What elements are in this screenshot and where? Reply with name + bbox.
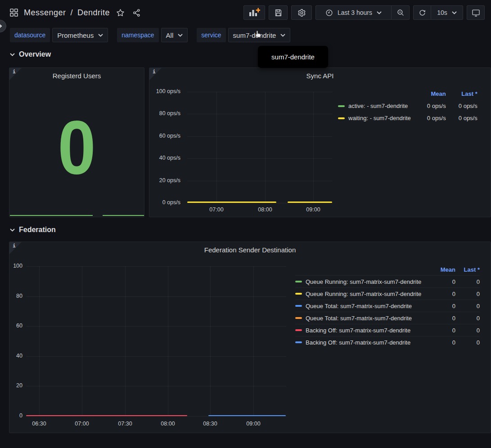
variable-namespace-label: namespace (117, 28, 158, 42)
legend-mean-header[interactable]: Mean (428, 264, 455, 275)
legend-last-header[interactable]: Last * (446, 88, 477, 100)
save-dashboard-button[interactable] (269, 6, 287, 19)
panel-federation-sender: i Federation Sender Destination 100 80 6… (9, 242, 491, 433)
panel-sync-api: i Sync API 100 ops/s 80 ops/s 60 ops/s 4… (149, 67, 491, 217)
variable-service: service sum7-dendrite (197, 28, 290, 42)
series-color-dash (295, 341, 302, 343)
legend-series[interactable]: waiting: - sum7-dendrite (338, 112, 411, 124)
legend-series[interactable]: Queue Running: sum7-matrix-sum7-dendrite (295, 276, 428, 287)
tv-mode-button[interactable] (467, 6, 484, 19)
legend-series[interactable]: active: - sum7-dendrite (338, 100, 411, 112)
chevron-down-icon (377, 11, 382, 14)
gridline (187, 158, 332, 159)
legend-header-spacer (295, 264, 428, 275)
legend-last-value: 0 (455, 300, 480, 312)
save-button-group (269, 5, 288, 20)
legend-series-label: Queue Total: sum7-matrix-sum7-dendrite (306, 315, 412, 322)
breadcrumb: Messenger / Dendrite (24, 8, 110, 18)
legend-mean-value: 0 (428, 300, 455, 312)
x-axis-label: 06:30 (32, 421, 46, 427)
section-overview[interactable]: Overview (10, 48, 51, 61)
x-axis-label: 07:30 (118, 421, 132, 427)
time-range-label: Last 3 hours (338, 9, 372, 16)
y-axis-label: 80 ops/s (149, 110, 180, 116)
gridline (26, 416, 286, 417)
gridline (187, 114, 332, 114)
refresh-controls-group: 10s (413, 5, 463, 20)
series-color-dash (295, 305, 302, 307)
panel-title[interactable]: Federation Sender Destination (9, 242, 491, 257)
legend-series[interactable]: Backing Off: sum7-matrix-sum7-dendrite (295, 336, 428, 348)
y-axis-label: 20 ops/s (149, 177, 180, 184)
legend-last-value: 0 (455, 312, 480, 324)
legend-series-label: Queue Total: sum7-matrix-sum7-dendrite (306, 303, 412, 309)
series-color-dash (295, 293, 302, 295)
legend-mean-value: 0 ops/s (411, 112, 446, 124)
dashboards-grid-icon[interactable] (10, 9, 18, 17)
breadcrumb-dashboard[interactable]: Messenger (24, 8, 66, 18)
variable-namespace: namespace All (117, 28, 188, 42)
gridline (313, 92, 314, 203)
gear-icon (297, 9, 306, 17)
variable-datasource-picker[interactable]: Prometheus (52, 28, 108, 42)
legend-last-header[interactable]: Last * (455, 264, 480, 275)
variable-datasource: datasource Prometheus (10, 28, 108, 42)
legend-mean-value: 0 ops/s (411, 100, 446, 112)
legend-series[interactable]: Queue Total: sum7-matrix-sum7-dendrite (295, 300, 428, 312)
time-range-picker[interactable]: Last 3 hours (316, 6, 391, 19)
series-line-queue-total (208, 415, 286, 416)
add-panel-button[interactable] (244, 6, 265, 19)
y-axis-label: 0 (9, 412, 23, 419)
y-axis-label: 100 (9, 263, 23, 269)
dashboard-variables-bar: datasource Prometheus namespace All serv… (0, 26, 491, 44)
sync-legend: Mean Last * active: - sum7-dendrite 0 op… (338, 88, 476, 124)
legend-series-label: active: - sum7-dendrite (348, 103, 408, 109)
gridline (125, 266, 126, 416)
y-axis-label: 40 ops/s (149, 155, 180, 161)
legend-last-value: 0 ops/s (446, 100, 477, 112)
y-axis-label: 20 (9, 382, 23, 389)
dashboard-settings-button[interactable] (292, 6, 311, 19)
chevron-right-icon (0, 23, 2, 29)
legend-series-label: Queue Running: sum7-matrix-sum7-dendrite (306, 278, 421, 285)
x-axis-label: 08:00 (258, 206, 272, 213)
monitor-icon (472, 9, 480, 17)
chevron-down-icon (98, 34, 103, 37)
x-axis-label: 08:30 (203, 421, 217, 427)
legend-mean-value: 0 (428, 336, 455, 348)
tv-mode-group (467, 5, 485, 20)
legend-last-value: 0 (455, 288, 480, 300)
zoom-out-time-button[interactable] (392, 6, 409, 19)
series-line-waiting (288, 202, 332, 203)
breadcrumb-page[interactable]: Dendrite (77, 8, 110, 18)
star-icon[interactable] (116, 9, 125, 17)
variable-namespace-picker[interactable]: All (161, 28, 188, 42)
zoom-out-icon (396, 9, 405, 17)
section-federation[interactable]: Federation (10, 223, 56, 237)
legend-mean-value: 0 (428, 312, 455, 324)
legend-series[interactable]: Backing Off: sum7-matrix-sum7-dendrite (295, 324, 428, 336)
gridline (168, 266, 168, 416)
legend-mean-header[interactable]: Mean (411, 88, 446, 100)
gridline (187, 203, 332, 203)
legend-series[interactable]: Queue Total: sum7-matrix-sum7-dendrite (295, 312, 428, 324)
gridline (82, 266, 82, 416)
top-nav: Messenger / Dendrite Last 3 hours (0, 0, 491, 25)
series-color-dash (295, 317, 302, 319)
x-axis-label: 09:00 (246, 421, 260, 427)
legend-series[interactable]: Queue Running: sum7-matrix-sum7-dendrite (295, 288, 428, 300)
panel-title[interactable]: Registerd Users (9, 68, 144, 83)
series-color-dash (338, 105, 345, 107)
share-icon[interactable] (132, 9, 141, 17)
gridline (39, 266, 40, 416)
refresh-interval-picker[interactable]: 10s (431, 6, 463, 19)
gridline (26, 266, 286, 267)
y-axis-label: 60 (9, 323, 23, 329)
legend-header-spacer (338, 88, 411, 100)
chevron-down-icon (178, 34, 183, 37)
refresh-button[interactable] (414, 6, 431, 19)
settings-button-group (291, 5, 312, 20)
stat-sparkline-segment (103, 215, 144, 216)
variable-value-tooltip: sum7-dendrite (258, 46, 328, 68)
panel-title[interactable]: Sync API (149, 68, 491, 83)
